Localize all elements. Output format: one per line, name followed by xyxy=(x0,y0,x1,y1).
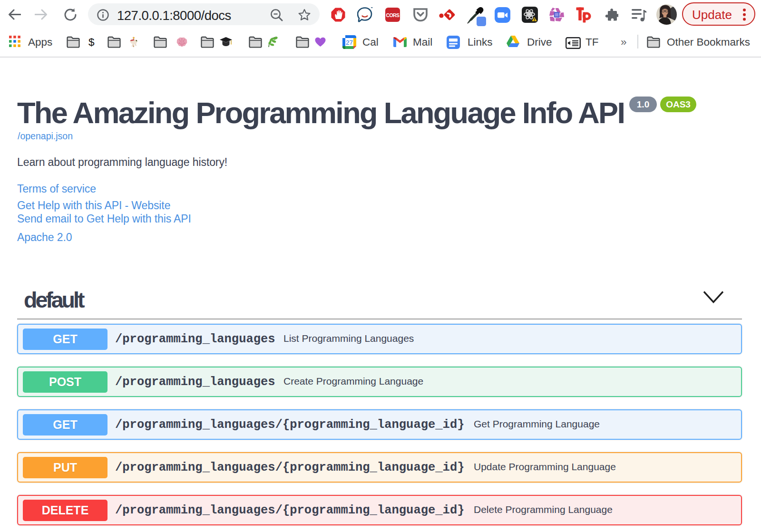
svg-text:27: 27 xyxy=(346,39,353,46)
svg-text:CORS: CORS xyxy=(386,12,400,18)
